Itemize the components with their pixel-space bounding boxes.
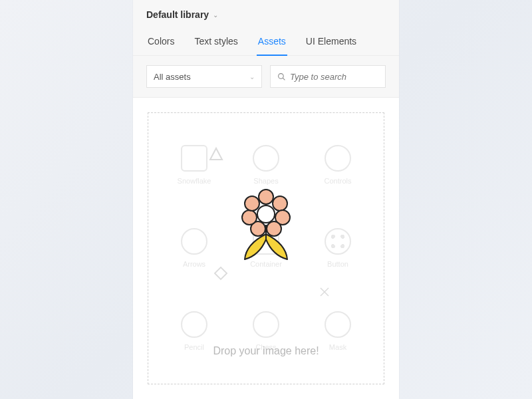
- tab-ui-elements[interactable]: UI Elements: [305, 31, 358, 56]
- filter-row: All assets ⌄: [133, 56, 399, 98]
- search-field[interactable]: [270, 65, 386, 88]
- chevron-down-icon: ⌄: [249, 73, 255, 80]
- dropzone[interactable]: Snowflake Shapes Controls Arrows Contain…: [148, 112, 384, 384]
- panel-header: Default library ⌄ Colors Text styles Ass…: [133, 0, 399, 56]
- svg-point-0: [279, 73, 284, 78]
- library-label: Default library: [146, 9, 209, 20]
- svg-line-1: [283, 78, 285, 80]
- tab-assets[interactable]: Assets: [257, 31, 287, 56]
- search-icon: [277, 72, 286, 81]
- assets-panel: Default library ⌄ Colors Text styles Ass…: [133, 0, 399, 399]
- svg-point-7: [273, 196, 287, 211]
- svg-point-12: [245, 196, 259, 211]
- tab-colors[interactable]: Colors: [146, 31, 176, 56]
- asset-filter-select[interactable]: All assets ⌄: [146, 65, 262, 88]
- svg-point-9: [267, 221, 281, 236]
- library-selector[interactable]: Default library ⌄: [146, 9, 386, 27]
- asset-filter-value: All assets: [154, 72, 191, 82]
- svg-point-13: [257, 205, 275, 223]
- flower-icon: [233, 188, 299, 270]
- svg-point-6: [259, 190, 273, 204]
- panel-content: Snowflake Shapes Controls Arrows Contain…: [133, 98, 399, 399]
- dropzone-overlay: [148, 113, 384, 384]
- tab-bar: Colors Text styles Assets UI Elements: [146, 27, 386, 55]
- search-input[interactable]: [290, 72, 378, 82]
- dropzone-prompt: Drop your image here!: [148, 345, 384, 357]
- svg-point-11: [242, 210, 257, 225]
- chevron-down-icon: ⌄: [213, 11, 218, 19]
- tab-text-styles[interactable]: Text styles: [193, 31, 239, 56]
